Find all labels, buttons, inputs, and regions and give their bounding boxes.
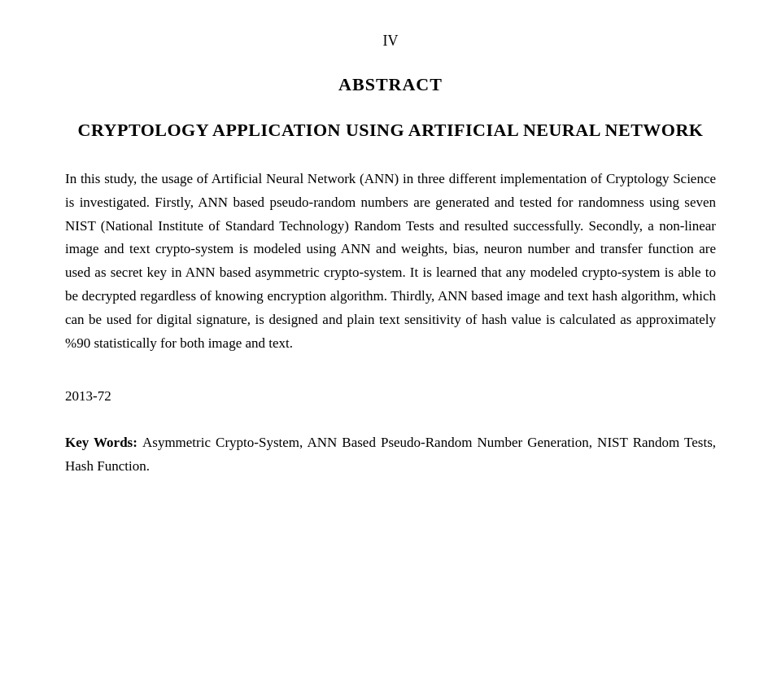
keywords: Key Words: Asymmetric Crypto-System, ANN…	[65, 431, 716, 479]
year-code: 2013-72	[65, 385, 716, 409]
keywords-label: Key Words:	[65, 435, 142, 450]
keywords-text: Asymmetric Crypto-System, ANN Based Pseu…	[65, 435, 716, 474]
abstract-title: ABSTRACT	[65, 74, 716, 95]
paper-title: CRYPTOLOGY APPLICATION USING ARTIFICIAL …	[65, 118, 716, 143]
page: IV ABSTRACT CRYPTOLOGY APPLICATION USING…	[0, 0, 781, 700]
abstract-paragraph: In this study, the usage of Artificial N…	[65, 168, 716, 356]
abstract-body: In this study, the usage of Artificial N…	[65, 168, 716, 356]
page-number: IV	[65, 33, 716, 50]
